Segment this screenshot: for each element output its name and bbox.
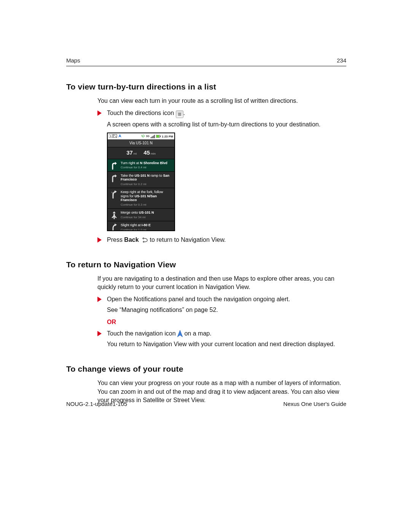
sync-icon: [142, 134, 145, 138]
direction-text: Turn right at N Shoreline Blvd: [121, 161, 172, 165]
step-press-back: Press Back to return to Navigation View.: [97, 236, 346, 244]
header-page-number: 234: [337, 57, 346, 64]
heading-view-turn-by-turn: To view turn-by-turn directions in a lis…: [66, 82, 346, 91]
svg-text:1: 1: [110, 134, 112, 138]
direction-text: Take the US-101 N ramp to San Francisco: [121, 174, 172, 182]
direction-maneuver-icon: [110, 161, 118, 170]
paragraph-return-result: You return to Navigation View with your …: [107, 340, 346, 348]
back-key-icon: [140, 236, 148, 242]
summary-time: 45: [143, 149, 150, 156]
bullet-icon: [97, 110, 102, 116]
phone-summary: 37mi 45min: [108, 147, 174, 159]
svg-rect-2: [178, 115, 181, 115]
direction-continue: Continue for 1.0 mi: [121, 227, 172, 230]
step4-text-a: Touch the navigation icon: [107, 330, 177, 337]
direction-continue: Continue for 0.2 mi: [121, 182, 172, 186]
phone-direction-step: Merge onto US-101 NContinue for 34 mi: [108, 209, 174, 221]
phone-direction-step: Slight right at I-80 EContinue for 1.0 m…: [108, 221, 174, 230]
bullet-icon: [97, 237, 102, 243]
battery-icon: [156, 135, 161, 138]
running-header: Maps 234: [66, 57, 346, 66]
step-touch-directions-icon: Touch the directions icon .: [97, 109, 346, 118]
status-left-icons: 1: [109, 134, 122, 139]
or-separator: OR: [107, 318, 346, 326]
direction-text: Keep right at the fork, follow signs for…: [121, 190, 172, 202]
direction-maneuver-icon: [110, 223, 118, 230]
directions-list-icon: [176, 110, 183, 118]
step-open-notifications: Open the Notifications panel and touch t…: [97, 295, 346, 304]
phone-direction-step: Take the US-101 N ramp to San FranciscoC…: [108, 172, 174, 188]
step2-bold: Back: [124, 236, 139, 243]
direction-text: Slight right at I-80 E: [121, 223, 172, 227]
direction-maneuver-icon: [110, 190, 118, 207]
step1-text-a: Touch the directions icon: [107, 110, 176, 116]
step4-text-b: on a map.: [183, 330, 212, 337]
phone-screenshot: 1 3G: [107, 133, 175, 231]
step2-text-b: to return to Navigation View.: [148, 236, 226, 243]
step3-text: Open the Notifications panel and touch t…: [107, 295, 346, 304]
paragraph-see-managing: See “Managing notifications” on page 52.: [107, 306, 346, 314]
direction-maneuver-icon: [110, 174, 118, 186]
status-time: 1:23 PM: [162, 134, 173, 139]
navigation-arrow-icon: [177, 330, 183, 337]
bullet-icon: [97, 297, 102, 302]
phone-direction-step: Turn right at N Shoreline BlvdContinue f…: [108, 159, 174, 172]
svg-rect-8: [156, 135, 159, 137]
phone-status-bar: 1 3G: [108, 133, 174, 139]
running-footer: NOUG-2.1-update1-105 Nexus One User's Gu…: [66, 401, 346, 407]
footer-doc-id: NOUG-2.1-update1-105: [66, 401, 127, 407]
svg-rect-1: [178, 114, 181, 114]
header-section: Maps: [66, 57, 80, 64]
svg-rect-7: [160, 136, 161, 137]
signal-icon: [151, 135, 155, 138]
direction-maneuver-icon: [110, 211, 118, 219]
svg-rect-0: [178, 113, 181, 113]
intro-paragraph-1: You can view each turn in your route as …: [97, 97, 346, 105]
status-3g: 3G: [146, 134, 149, 138]
summary-time-unit: min: [151, 152, 156, 155]
phone-direction-step: Keep right at the fork, follow signs for…: [108, 188, 174, 209]
heading-return-navigation: To return to Navigation View: [66, 260, 346, 269]
summary-distance: 37: [126, 149, 133, 156]
direction-continue: Continue for 34 mi: [121, 216, 172, 219]
step1-text-b: .: [183, 110, 185, 116]
heading-change-views: To change views of your route: [66, 364, 346, 374]
direction-text: Merge onto US-101 N: [121, 211, 172, 215]
step-touch-navigation-icon: Touch the navigation icon on a map.: [97, 329, 346, 338]
paragraph-return-intro: If you are navigating to a destination a…: [97, 275, 346, 291]
direction-continue: Continue for 0.3 mi: [121, 203, 172, 207]
bullet-icon: [97, 331, 102, 336]
footer-doc-title: Nexus One User's Guide: [284, 401, 346, 407]
paragraph-screen-opens: A screen opens with a scrolling list of …: [107, 120, 346, 129]
direction-continue: Continue for 0.4 mi: [121, 166, 172, 169]
phone-via-label: Via US-101 N: [108, 139, 174, 147]
step2-text-a: Press: [107, 236, 124, 243]
summary-distance-unit: mi: [134, 152, 137, 155]
